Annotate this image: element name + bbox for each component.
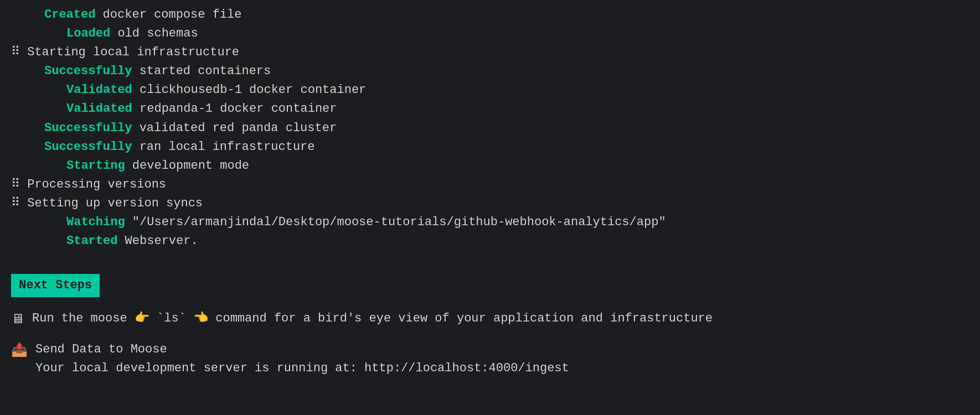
keyword-successfully-3: Successfully	[44, 140, 132, 154]
log-line-started: Successfully started containers	[11, 62, 969, 81]
step2-text: Send Data to Moose Your local developmen…	[35, 340, 569, 378]
log-rest-11: "/Users/armanjindal/Desktop/moose-tutori…	[125, 215, 666, 229]
keyword-watching: Watching	[66, 215, 125, 229]
bullet-icon-0: ⠿	[11, 45, 27, 59]
arrow-right-icon: 👉	[135, 312, 149, 325]
log-rest-0: docker compose file	[95, 8, 241, 22]
log-line-watching: Watching "/Users/armanjindal/Desktop/moo…	[11, 213, 969, 232]
keyword-validated-2: Validated	[66, 102, 132, 116]
log-rest-7: ran local infrastructure	[132, 140, 314, 154]
log-rest-1: old schemas	[110, 27, 198, 40]
log-rest-4: clickhousedb-1 docker container	[132, 83, 366, 97]
log-line-created: Created docker compose file	[11, 6, 969, 24]
log-rest-5: redpanda-1 docker container	[132, 102, 337, 116]
computer-icon: 🖥	[11, 309, 24, 330]
keyword-validated-1: Validated	[66, 83, 132, 97]
log-line-loaded: Loaded old schemas	[11, 24, 969, 43]
keyword-starting: Starting	[66, 159, 125, 173]
log-line-started-webserver: Started Webserver.	[11, 232, 969, 251]
terminal-container: Created docker compose file Loaded old s…	[11, 6, 969, 378]
log-line-starting-infra: ⠿ Starting local infrastructure	[11, 43, 969, 62]
log-line-setting-up: ⠿ Setting up version syncs	[11, 194, 969, 213]
next-step-1: 🖥 Run the moose 👉 `ls` 👈 command for a b…	[11, 309, 969, 330]
send-icon: 📤	[11, 340, 28, 361]
keyword-successfully-1: Successfully	[44, 64, 132, 78]
log-line-validated-cluster: Successfully validated red panda cluster	[11, 119, 969, 138]
keyword-loaded: Loaded	[66, 27, 110, 40]
keyword-started: Started	[66, 234, 117, 248]
log-line-ran: Successfully ran local infrastructure	[11, 138, 969, 157]
bullet-icon-2: ⠿	[11, 196, 27, 210]
next-steps-badge: Next Steps	[11, 264, 969, 309]
keyword-created: Created	[44, 8, 95, 22]
bullet-icon-1: ⠿	[11, 178, 27, 191]
log-rest-8: development mode	[125, 159, 249, 173]
step1-text: Run the moose 👉 `ls` 👈 command for a bir…	[32, 309, 713, 328]
log-rest-6: validated red panda cluster	[132, 121, 337, 135]
next-step-2: 📤 Send Data to Moose Your local developm…	[11, 340, 969, 378]
log-line-validated-2: Validated redpanda-1 docker container	[11, 100, 969, 118]
log-line-validated-1: Validated clickhousedb-1 docker containe…	[11, 81, 969, 100]
log-rest-12: Webserver.	[117, 234, 198, 248]
log-line-processing: ⠿ Processing versions	[11, 175, 969, 194]
keyword-successfully-2: Successfully	[44, 121, 132, 135]
next-steps-section: Next Steps 🖥 Run the moose 👉 `ls` 👈 comm…	[11, 264, 969, 377]
log-rest-3: started containers	[132, 64, 271, 78]
log-line-starting-dev: Starting development mode	[11, 157, 969, 175]
